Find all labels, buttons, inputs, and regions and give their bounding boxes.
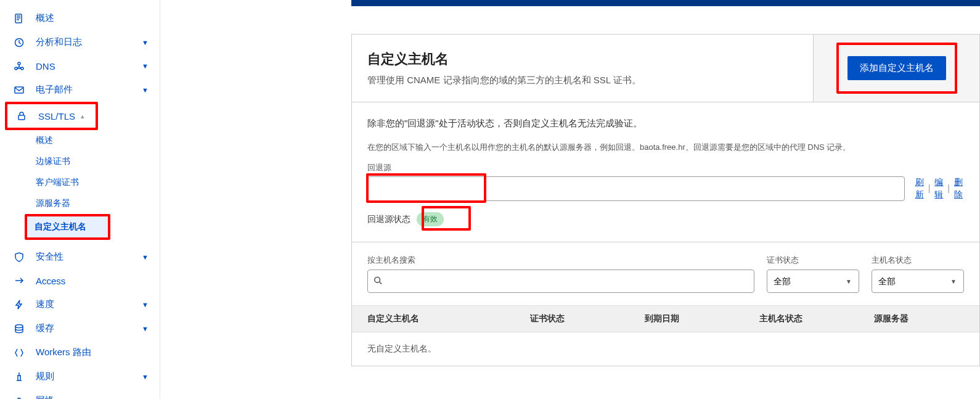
add-hostname-button[interactable]: 添加自定义主机名 <box>847 56 946 80</box>
sidebar-item-label: 概述 <box>36 12 149 24</box>
help-text: 在您的区域下输入一个主机名以用作您的主机名的默认源服务器，例如回退。baota.… <box>367 142 964 153</box>
sidebar-item-access[interactable]: Access <box>0 269 160 292</box>
clock-icon <box>14 37 25 48</box>
svg-rect-8 <box>15 87 23 93</box>
main-content: 自定义主机名 管理使用 CNAME 记录指向您的域的第三方的主机名和 SSL 证… <box>160 0 980 399</box>
filters-row: 按主机名搜索 证书状态 全部 主机名状态 <box>352 242 979 299</box>
sidebar-item-label: 电子邮件 <box>36 84 142 96</box>
svg-rect-0 <box>15 14 22 23</box>
cert-status-filter: 证书状态 全部 <box>767 255 859 293</box>
page-subtitle: 管理使用 CNAME 记录指向您的域的第三方的主机名和 SSL 证书。 <box>367 75 798 86</box>
chevron-down-icon: ▼ <box>142 325 149 332</box>
lock-icon <box>16 110 27 121</box>
sidebar-item-overview[interactable]: 概述 <box>0 6 160 30</box>
origin-input-wrap <box>367 176 905 201</box>
sidebar-item-label: Access <box>36 276 149 286</box>
workers-icon <box>14 347 25 358</box>
shield-icon <box>14 252 25 263</box>
sidebar-item-label: SSL/TLS <box>38 111 81 121</box>
rules-icon <box>14 371 25 382</box>
info-text: 除非您的"回退源"处于活动状态，否则自定义主机名无法完成验证。 <box>367 118 964 130</box>
top-bar <box>351 0 980 6</box>
sidebar-item-label: DNS <box>36 61 142 72</box>
status-badge: 有效 <box>417 212 444 226</box>
search-label: 按主机名搜索 <box>367 255 754 266</box>
delete-link[interactable]: 删除 <box>953 176 964 200</box>
sidebar-item-label: 缓存 <box>36 323 142 334</box>
card-header: 自定义主机名 管理使用 CNAME 记录指向您的域的第三方的主机名和 SSL 证… <box>352 35 979 102</box>
card-header-text: 自定义主机名 管理使用 CNAME 记录指向您的域的第三方的主机名和 SSL 证… <box>352 35 813 102</box>
lightning-icon <box>14 299 25 310</box>
sidebar-item-ssl[interactable]: SSL/TLS ▴ <box>5 102 98 130</box>
custom-hostname-card: 自定义主机名 管理使用 CNAME 记录指向您的域的第三方的主机名和 SSL 证… <box>351 34 980 366</box>
search-filter: 按主机名搜索 <box>367 255 754 293</box>
edit-link[interactable]: 编辑 <box>933 176 944 200</box>
sidebar-item-label: 分析和日志 <box>36 36 142 48</box>
table-header: 自定义主机名 证书状态 到期日期 主机名状态 源服务器 <box>352 305 979 332</box>
svg-point-12 <box>375 277 380 282</box>
svg-point-6 <box>18 62 20 65</box>
table-empty: 无自定义主机名。 <box>352 332 979 366</box>
search-icon <box>374 276 382 287</box>
th-host-status: 主机名状态 <box>750 306 865 332</box>
hostname-table: 自定义主机名 证书状态 到期日期 主机名状态 源服务器 无自定义主机名。 <box>352 305 979 366</box>
sidebar-item-label: Workers 路由 <box>36 347 149 358</box>
origin-input[interactable] <box>367 176 905 201</box>
sidebar-item-label: 安全性 <box>36 251 142 263</box>
page-title: 自定义主机名 <box>367 50 798 68</box>
sidebar-item-dns[interactable]: DNS ▼ <box>0 54 160 78</box>
sidebar-item-label: 速度 <box>36 298 142 310</box>
sidebar-item-rules[interactable]: 规则 ▼ <box>0 364 160 389</box>
sidebar-item-analytics[interactable]: 分析和日志 ▼ <box>0 30 160 54</box>
sidebar-sub-custom-hostname[interactable]: 自定义主机名 <box>27 216 108 237</box>
dns-icon <box>14 60 25 72</box>
chevron-down-icon: ▼ <box>142 39 149 46</box>
host-status-select[interactable]: 全部 <box>872 269 964 293</box>
sidebar-item-security[interactable]: 安全性 ▼ <box>0 245 160 269</box>
chevron-down-icon: ▼ <box>142 301 149 308</box>
sidebar-sub-client-cert[interactable]: 客户端证书 <box>0 172 160 193</box>
sidebar: 概述 分析和日志 ▼ DNS ▼ 电子邮件 ▼ SSL/TLS ▴ 概述 边缘证… <box>0 0 160 399</box>
network-icon <box>14 395 25 400</box>
th-hostname: 自定义主机名 <box>352 306 521 332</box>
sidebar-item-workers[interactable]: Workers 路由 <box>0 340 160 364</box>
svg-rect-9 <box>18 115 25 120</box>
origin-label: 回退源 <box>367 162 964 173</box>
origin-actions: 刷新 | 编辑 | 删除 <box>914 176 964 200</box>
host-status-label: 主机名状态 <box>872 255 964 266</box>
sidebar-item-cache[interactable]: 缓存 ▼ <box>0 316 160 340</box>
chevron-up-icon: ▴ <box>81 112 84 120</box>
host-status-filter: 主机名状态 全部 <box>872 255 964 293</box>
sidebar-sub-origin-server[interactable]: 源服务器 <box>0 193 160 214</box>
add-button-highlight: 添加自定义主机名 <box>836 43 957 94</box>
sidebar-sub-edge-cert[interactable]: 边缘证书 <box>0 151 160 172</box>
sidebar-item-email[interactable]: 电子邮件 ▼ <box>0 78 160 102</box>
sidebar-item-speed[interactable]: 速度 ▼ <box>0 292 160 316</box>
search-wrap <box>367 269 754 293</box>
th-expiry: 到期日期 <box>635 306 750 332</box>
email-icon <box>14 84 25 96</box>
chevron-down-icon: ▼ <box>142 373 149 380</box>
fallback-origin-section: 除非您的"回退源"处于活动状态，否则自定义主机名无法完成验证。 在您的区域下输入… <box>352 102 979 242</box>
origin-status-label: 回退源状态 <box>367 214 410 225</box>
th-cert-status: 证书状态 <box>521 306 635 332</box>
chevron-down-icon: ▼ <box>142 253 149 261</box>
sidebar-item-network[interactable]: 网络 <box>0 389 160 399</box>
sidebar-sub-overview[interactable]: 概述 <box>0 130 160 151</box>
refresh-link[interactable]: 刷新 <box>914 176 925 200</box>
cert-status-label: 证书状态 <box>767 255 859 266</box>
chevron-down-icon: ▼ <box>142 86 149 94</box>
th-origin: 源服务器 <box>865 306 979 332</box>
card-header-action: 添加自定义主机名 <box>813 35 979 102</box>
divider: | <box>947 183 950 195</box>
cert-status-select[interactable]: 全部 <box>767 269 859 293</box>
sidebar-item-label: 网络 <box>36 395 149 399</box>
sidebar-sub-custom-hostname-highlight: 自定义主机名 <box>25 214 110 240</box>
cache-icon <box>14 323 25 334</box>
sidebar-item-label: 规则 <box>36 371 142 382</box>
document-icon <box>14 13 25 24</box>
svg-point-10 <box>15 324 23 327</box>
chevron-down-icon: ▼ <box>142 62 149 70</box>
search-input[interactable] <box>367 269 754 293</box>
origin-input-row: 刷新 | 编辑 | 删除 <box>367 176 964 201</box>
